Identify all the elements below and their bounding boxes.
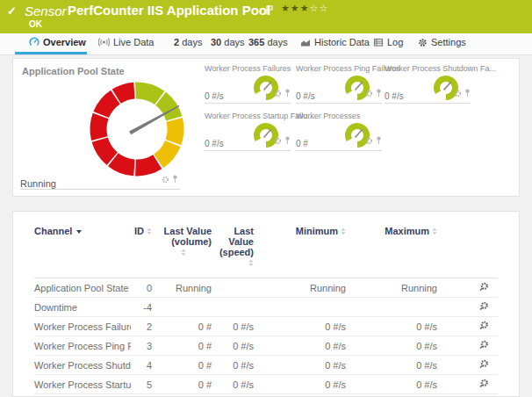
cell-last-value-speed: 0 #/s <box>212 375 254 394</box>
mini-gear-icon[interactable] <box>274 133 282 148</box>
sensor-status-text: OK <box>29 19 42 29</box>
col-header-last-value-volume[interactable]: Last Value(volume) <box>152 222 212 278</box>
cell-channel[interactable]: Worker Processes <box>34 394 131 397</box>
col-header-id[interactable]: ID <box>131 222 152 278</box>
cell-id: 4 <box>131 356 152 375</box>
cell-settings <box>437 375 498 394</box>
channel-settings-icon[interactable] <box>479 340 489 350</box>
mini-gauge-worker-processes: Worker Processes 0 # <box>296 112 382 151</box>
mini-pin-icon[interactable] <box>376 133 382 148</box>
cell-last-value-volume: 0 # <box>152 375 212 394</box>
sensor-header: ✓ Sensor PerfCounter IIS Application Poo… <box>0 0 532 33</box>
cell-id: 2 <box>131 317 152 336</box>
cell-last-value-speed <box>212 298 254 317</box>
priority-stars-filled: ★★★ <box>281 3 310 13</box>
col-header-volume-line2: (volume) <box>152 236 212 247</box>
tab-30-days[interactable]: 30 days <box>211 33 245 52</box>
priority-stars[interactable]: ★★★☆☆ <box>281 3 328 14</box>
sort-arrows-icon <box>341 227 346 237</box>
mini-gauge-value: 0 #/s <box>205 139 224 148</box>
col-header-last-value-speed[interactable]: Last Value(speed) <box>212 222 254 278</box>
mini-gear-icon[interactable] <box>274 85 282 101</box>
table-row[interactable]: Worker Process Startup... 5 0 # 0 #/s 0 … <box>34 375 498 394</box>
cell-minimum: 0 #/s <box>254 356 346 375</box>
cell-settings <box>437 317 498 336</box>
mini-gauge-title: Worker Processes <box>296 112 360 120</box>
mini-pin-icon[interactable] <box>464 85 471 101</box>
log-icon <box>373 35 384 54</box>
mini-gear-icon[interactable] <box>365 85 373 101</box>
mini-pin-icon[interactable] <box>284 85 291 101</box>
channel-settings-icon[interactable] <box>479 282 489 292</box>
col-header-minimum-label: Minimum <box>296 226 338 236</box>
channel-settings-icon[interactable] <box>479 301 489 311</box>
tab-log[interactable]: Log <box>373 33 403 52</box>
table-row[interactable]: Worker Process Shutdo... 4 0 # 0 #/s 0 #… <box>34 356 498 375</box>
tab-historic-data[interactable]: Historic Data <box>300 33 370 52</box>
cell-minimum: 0 #/s <box>254 375 346 394</box>
cell-settings <box>437 394 498 397</box>
sort-arrows-icon <box>147 227 152 237</box>
cell-last-value-volume: 0 # <box>152 317 212 336</box>
col-header-settings <box>437 222 498 278</box>
tab-settings[interactable]: Settings <box>418 33 466 52</box>
cell-channel[interactable]: Worker Process Startup... <box>34 375 131 394</box>
table-row[interactable]: Worker Process Failures 2 0 # 0 #/s 0 #/… <box>34 317 498 336</box>
sort-arrows-icon <box>432 227 437 237</box>
table-row[interactable]: Worker Process Ping Fa... 3 0 # 0 #/s 0 … <box>34 336 498 356</box>
tab-historic-data-label: Historic Data <box>314 37 370 47</box>
gauge-gear-icon[interactable] <box>162 171 169 187</box>
cell-minimum: Running <box>254 278 346 298</box>
cell-last-value-speed: 0 #/s <box>212 356 254 375</box>
col-header-minimum[interactable]: Minimum <box>254 222 346 278</box>
cell-settings <box>437 298 498 317</box>
cell-channel[interactable]: Worker Process Ping Fa... <box>34 336 131 356</box>
prtg-sensor-page: { "header": { "kind_label": "Sensor", "t… <box>0 0 532 397</box>
cell-last-value-speed: 0 #/s <box>212 317 254 336</box>
flag-icon[interactable] <box>266 3 274 18</box>
channel-settings-icon[interactable] <box>479 379 489 388</box>
col-header-speed-line2: (speed) <box>219 247 254 257</box>
cell-last-value-speed: 0 #/s <box>212 336 254 356</box>
tab-settings-label: Settings <box>431 37 466 47</box>
channel-settings-icon[interactable] <box>479 359 489 369</box>
tab-2-days[interactable]: 2 days <box>174 33 202 52</box>
table-row[interactable]: Downtime -4 <box>34 298 498 317</box>
cell-settings <box>437 336 498 356</box>
cell-last-value-volume: 0 # <box>152 336 212 356</box>
cell-maximum: 0 # <box>346 394 437 397</box>
cell-channel[interactable]: Downtime <box>34 298 131 317</box>
tab-log-label: Log <box>387 37 403 47</box>
channel-settings-icon[interactable] <box>479 321 489 330</box>
cell-minimum: 0 #/s <box>254 317 346 336</box>
cell-minimum: 0 # <box>254 394 346 397</box>
cell-channel[interactable]: Worker Process Shutdo... <box>34 356 131 375</box>
cell-channel[interactable]: Worker Process Failures <box>34 317 131 336</box>
col-header-maximum[interactable]: Maximum <box>346 222 437 278</box>
mini-gauge-worker-process-startup-failures: Worker Process Startup Failu... 0 #/s <box>205 112 291 151</box>
mini-gear-icon[interactable] <box>454 85 462 101</box>
mini-pin-icon[interactable] <box>376 85 382 101</box>
table-header-row: Channel ID Last Value(volume) Last Value… <box>34 222 498 278</box>
cell-id: 5 <box>131 375 152 394</box>
mini-gear-icon[interactable] <box>365 133 373 148</box>
cell-channel[interactable]: Application Pool State <box>34 278 131 298</box>
mini-gauge-value: 0 # <box>296 139 308 148</box>
mini-gauge-value: 0 #/s <box>296 91 315 101</box>
tab-2-days-num: 2 <box>174 37 179 47</box>
gauge-pin-icon[interactable] <box>172 171 178 187</box>
tab-365-days[interactable]: 365 days <box>248 33 288 52</box>
mini-pin-icon[interactable] <box>284 133 291 148</box>
tab-2-days-word: days <box>182 37 202 47</box>
sort-arrows-icon <box>181 248 186 258</box>
sensor-kind-label: Sensor <box>25 4 67 18</box>
cell-last-value-volume: 0 # <box>152 356 212 375</box>
cell-maximum: 0 #/s <box>346 356 437 375</box>
col-header-channel[interactable]: Channel <box>34 222 131 278</box>
tab-overview[interactable]: Overview <box>15 33 87 54</box>
settings-gear-icon <box>418 35 428 54</box>
mini-gauge-worker-process-ping-failures: Worker Process Ping Failures 0 #/s <box>296 64 382 104</box>
tab-live-data[interactable]: Live Data <box>98 33 154 52</box>
table-row[interactable]: Application Pool State 0 Running Running… <box>34 278 498 298</box>
table-row[interactable]: Worker Processes 1 0 # 0 # 0 # <box>34 394 498 397</box>
